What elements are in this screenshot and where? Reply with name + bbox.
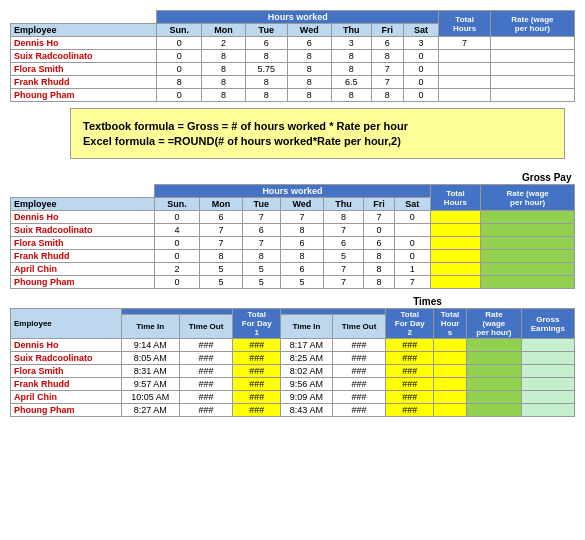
section1-table: Hours worked TotalHours Rate (wageper ho… <box>10 10 575 102</box>
rate-header3: Rate(wageper hour) <box>467 309 521 339</box>
total-for-day1-header: TotalFor Day1 <box>233 309 281 339</box>
employee-name: Flora Smith <box>11 365 122 378</box>
total-hours-header: TotalHours <box>439 11 490 37</box>
table-row: Flora Smith 8:31 AM###### 8:02 AM###### <box>11 365 575 378</box>
mon-header: Mon <box>202 24 246 37</box>
tue-header: Tue <box>245 24 287 37</box>
employee-name: Frank Rhudd <box>11 250 155 263</box>
wed-header: Wed <box>287 24 331 37</box>
table-row: Dennis Ho 0677870 <box>11 211 575 224</box>
employee-name: Frank Rhudd <box>11 76 157 89</box>
employee-col-header: Employee <box>11 24 157 37</box>
employee-name: April Chin <box>11 391 122 404</box>
employee-name: Phoung Pham <box>11 276 155 289</box>
total-for-day2-header: TotalFor Day2 <box>386 309 434 339</box>
section3-table: Times Employee TotalFor Day1 TotalFor Da… <box>10 295 575 417</box>
table-row: Flora Smith 0776660 <box>11 237 575 250</box>
rate-header: Rate (wageper hour) <box>490 11 574 37</box>
employee-col-header3: Employee <box>11 309 122 339</box>
employee-name: Dennis Ho <box>11 211 155 224</box>
table-row: Phoung Pham 0888880 <box>11 89 575 102</box>
table-row: Suix Radcoolinato 476870 <box>11 224 575 237</box>
table-row: Suix Radcoolinato 0888880 <box>11 50 575 63</box>
table-row: Dennis Ho 9:14 AM###### 8:17 AM###### <box>11 339 575 352</box>
employee-name: Flora Smith <box>11 63 157 76</box>
table-row: April Chin 2556781 <box>11 263 575 276</box>
table-row: Frank Rhudd 9:57 AM###### 9:56 AM###### <box>11 378 575 391</box>
rate-header2: Rate (wageper hour) <box>481 185 575 211</box>
employee-col-header2: Employee <box>11 198 155 211</box>
employee-name: April Chin <box>11 263 155 276</box>
section2-table: Gross Pay Hours worked TotalHours Rate (… <box>10 171 575 289</box>
employee-name: Phoung Pham <box>11 404 122 417</box>
employee-name: Suix Radcoolinato <box>11 224 155 237</box>
employee-name: Flora Smith <box>11 237 155 250</box>
table-row: Phoung Pham 0555787 <box>11 276 575 289</box>
gross-earnings-header: GrossEarnings <box>521 309 574 339</box>
employee-name: Dennis Ho <box>11 339 122 352</box>
table-row: Dennis Ho 0266363 7 <box>11 37 575 50</box>
employee-name: Suix Radcoolinato <box>11 50 157 63</box>
employee-name: Frank Rhudd <box>11 378 122 391</box>
table-row: Suix Radcoolinato 8:05 AM###### 8:25 AM#… <box>11 352 575 365</box>
thu-header: Thu <box>331 24 371 37</box>
sat-header: Sat <box>403 24 439 37</box>
employee-name: Phoung Pham <box>11 89 157 102</box>
employee-name: Suix Radcoolinato <box>11 352 122 365</box>
spreadsheet: Hours worked TotalHours Rate (wageper ho… <box>10 10 575 417</box>
hours-worked-header2: Hours worked <box>155 185 430 198</box>
total-hours-header3: TotalHours <box>434 309 467 339</box>
formula1-text: Textbook formula = Gross = # of hours wo… <box>83 120 552 132</box>
fri-header: Fri <box>371 24 403 37</box>
gross-pay-label: Gross Pay <box>481 171 575 185</box>
table-row: Flora Smith 085.758870 <box>11 63 575 76</box>
table-row: April Chin 10:05 AM###### 9:09 AM###### <box>11 391 575 404</box>
times-title: Times <box>281 295 575 309</box>
sun-header: Sun. <box>157 24 202 37</box>
table-row: Frank Rhudd 88886.570 <box>11 76 575 89</box>
hours-worked-header: Hours worked <box>157 11 439 24</box>
table-row: Phoung Pham 8:27 AM###### 8:43 AM###### <box>11 404 575 417</box>
total-hours-header2: TotalHours <box>430 185 481 211</box>
employee-name: Dennis Ho <box>11 37 157 50</box>
table-row: Frank Rhudd 0888580 <box>11 250 575 263</box>
formula2-text: Excel formula = =ROUND(# of hours worked… <box>83 135 552 147</box>
formula-box: Textbook formula = Gross = # of hours wo… <box>70 108 565 159</box>
